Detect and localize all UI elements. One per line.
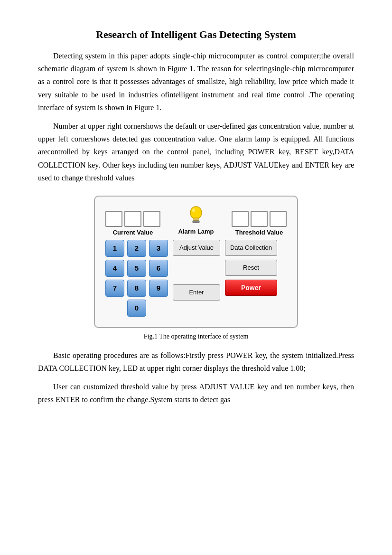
current-value-label: Current Value — [113, 229, 153, 236]
num-btn-2[interactable]: 2 — [127, 240, 146, 257]
num-btn-0[interactable]: 0 — [127, 300, 146, 317]
svg-rect-2 — [193, 221, 199, 223]
panel-top-row: Current Value Alarm Lamp — [105, 205, 287, 236]
threshold-value-boxes — [232, 211, 287, 227]
num-btn-1[interactable]: 1 — [105, 240, 124, 257]
threshold-value-box-3 — [270, 211, 287, 227]
threshold-value-box-2 — [251, 211, 268, 227]
paragraph-1: Detecting system in this paper adopts si… — [38, 49, 354, 114]
current-value-display: Current Value — [105, 211, 160, 236]
page-title: Research of Intelligent Gas Detecting Sy… — [38, 28, 354, 41]
panel-main-row: 1 2 3 4 5 6 7 8 9 0 Adjust Value Enter — [105, 240, 287, 317]
current-value-boxes — [105, 211, 160, 227]
num-btn-6[interactable]: 6 — [149, 260, 168, 277]
num-btn-4[interactable]: 4 — [105, 260, 124, 277]
threshold-value-box-1 — [232, 211, 249, 227]
current-value-box-2 — [124, 211, 141, 227]
alarm-bulb — [187, 205, 205, 226]
alarm-lamp-label: Alarm Lamp — [178, 228, 214, 235]
num-btn-8[interactable]: 8 — [127, 280, 146, 297]
power-button[interactable]: Power — [225, 280, 277, 296]
alarm-lamp-group: Alarm Lamp — [178, 205, 214, 235]
num-btn-5[interactable]: 5 — [127, 260, 146, 277]
num-btn-7[interactable]: 7 — [105, 280, 124, 297]
paragraph-3: Basic operating procedures are as follow… — [38, 349, 354, 375]
current-value-box-3 — [143, 211, 160, 227]
enter-button[interactable]: Enter — [173, 284, 220, 301]
num-btn-3[interactable]: 3 — [149, 240, 168, 257]
svg-point-3 — [192, 208, 195, 212]
svg-rect-1 — [194, 218, 198, 221]
threshold-value-display: Threshold Value — [232, 211, 287, 236]
svg-point-0 — [190, 207, 202, 219]
current-value-box-1 — [105, 211, 122, 227]
center-section: Adjust Value Enter — [173, 240, 220, 301]
threshold-value-label: Threshold Value — [235, 229, 283, 236]
right-section: Data Collection Reset Power — [225, 240, 287, 296]
control-panel: Current Value Alarm Lamp — [94, 196, 298, 328]
adjust-value-button[interactable]: Adjust Value — [173, 240, 220, 256]
paragraph-4: User can customized threshold value by p… — [38, 380, 354, 406]
num-btn-9[interactable]: 9 — [149, 280, 168, 297]
figure-caption: Fig.1 The operating interface of system — [144, 333, 249, 340]
paragraph-2: Number at upper right cornershows the de… — [38, 120, 354, 184]
reset-button[interactable]: Reset — [225, 260, 277, 276]
data-collection-button[interactable]: Data Collection — [225, 240, 277, 256]
figure-container: Current Value Alarm Lamp — [38, 196, 354, 340]
numpad: 1 2 3 4 5 6 7 8 9 0 — [105, 240, 168, 317]
